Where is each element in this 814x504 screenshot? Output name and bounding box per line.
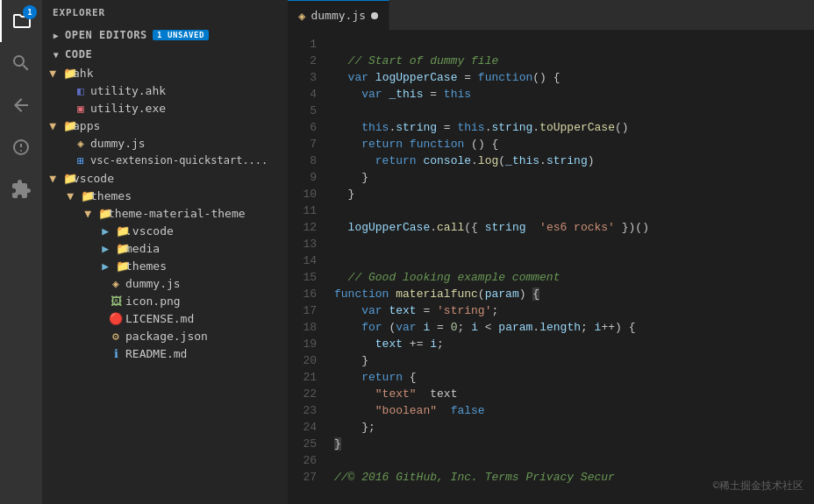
open-editors-header[interactable]: ▶ OPEN EDITORS 1 UNSAVED (42, 25, 288, 45)
code-line-3: var logUpperCase = function() { (334, 69, 814, 86)
file-dummy-js-theme[interactable]: ◈ dummy.js (42, 274, 288, 292)
ln-26: 26 (288, 452, 317, 469)
folder-media[interactable]: ▶ 📁 media (42, 239, 288, 257)
code-line-1 (334, 36, 814, 53)
code-line-26 (334, 452, 814, 469)
file-package-json[interactable]: ⚙ package.json (42, 327, 288, 344)
open-editors-chevron: ▶ (49, 28, 63, 42)
ln-15: 15 (288, 269, 317, 286)
code-line-17: var text = 'string'; (334, 302, 814, 319)
editor-container: ◈ dummy.js 1 2 3 4 5 6 7 8 9 10 11 12 13 (288, 0, 814, 504)
tab-bar: ◈ dummy.js (288, 0, 814, 31)
file-md-icon: ⊞ (74, 153, 88, 167)
file-vsc-extension[interactable]: ⊞ vsc-extension-quickstart.... (42, 152, 288, 169)
code-line-10: } (334, 186, 814, 202)
ln-1: 1 (288, 36, 317, 53)
folder-vscode[interactable]: ▼ 📁 vscode (42, 169, 288, 187)
ln-21: 21 (288, 369, 317, 386)
ln-12: 12 (288, 219, 317, 236)
folder-dotVscode-label: .vscode (125, 224, 174, 238)
folder-ahk[interactable]: ▼ 📁 ahk (42, 64, 288, 82)
ln-8: 8 (288, 153, 317, 169)
folder-apps-icon: ▼ 📁 (56, 118, 70, 132)
file-vsc-extension-label: vsc-extension-quickstart.... (90, 154, 268, 167)
code-content[interactable]: // Start of dummy file var logUpperCase … (327, 31, 814, 504)
code-editor[interactable]: 1 2 3 4 5 6 7 8 9 10 11 12 13 14 15 16 1… (288, 31, 814, 504)
folder-theme-material-label: theme-material-theme (108, 207, 246, 220)
file-license[interactable]: 🔴 LICENSE.md (42, 309, 288, 327)
folder-apps[interactable]: ▼ 📁 apps (42, 117, 288, 134)
tab-dummy-js[interactable]: ◈ dummy.js (288, 0, 389, 30)
code-line-23: "boolean" false (334, 402, 814, 419)
file-js-icon: ◈ (74, 136, 88, 150)
svg-point-2 (20, 150, 22, 152)
tab-unsaved-dot (371, 12, 378, 19)
code-line-21: return { (334, 369, 814, 386)
unsaved-badge: 1 UNSAVED (153, 30, 209, 40)
ln-5: 5 (288, 103, 317, 119)
file-dummy-js-apps[interactable]: ◈ dummy.js (42, 134, 288, 152)
debug-icon[interactable] (0, 126, 42, 168)
ln-24: 24 (288, 419, 317, 436)
code-line-8: return console.log(_this.string) (334, 153, 814, 169)
folder-dotVscode[interactable]: ▶ 📁 .vscode (42, 222, 288, 239)
code-line-12: logUpperCase.call({ string 'es6 rocks' }… (334, 219, 814, 236)
ln-3: 3 (288, 69, 317, 86)
file-ahk-icon: ◧ (74, 83, 88, 97)
code-line-15: // Good looking example comment (334, 269, 814, 286)
code-line-22: "text" text (334, 386, 814, 402)
files-icon[interactable]: 1 (0, 0, 42, 42)
ln-10: 10 (288, 186, 317, 202)
code-line-5 (334, 103, 814, 119)
editor-area: ◈ dummy.js 1 2 3 4 5 6 7 8 9 10 11 12 13 (288, 0, 814, 504)
line-numbers: 1 2 3 4 5 6 7 8 9 10 11 12 13 14 15 16 1… (288, 31, 327, 504)
ln-17: 17 (288, 302, 317, 319)
code-line-13 (334, 236, 814, 252)
ln-19: 19 (288, 336, 317, 352)
code-line-6: this.string = this.string.toUpperCase() (334, 119, 814, 136)
ln-22: 22 (288, 386, 317, 402)
tab-js-icon: ◈ (298, 9, 305, 23)
folder-apps-label: apps (73, 119, 100, 132)
extensions-icon[interactable] (0, 168, 42, 210)
sidebar-title: EXPLORER (42, 0, 288, 25)
ln-6: 6 (288, 119, 317, 136)
code-line-9: } (334, 169, 814, 186)
folder-themes-1-label: themes (90, 189, 132, 202)
file-dummy-js-theme-icon: ◈ (109, 276, 123, 290)
folder-vscode-label: vscode (73, 172, 114, 185)
ln-14: 14 (288, 252, 317, 269)
file-json-icon: ⚙ (109, 329, 123, 343)
tab-filename: dummy.js (311, 9, 366, 22)
code-section-header[interactable]: ▼ CODE (42, 45, 288, 64)
sidebar: EXPLORER ▶ OPEN EDITORS 1 UNSAVED ▼ CODE… (42, 0, 288, 504)
file-icon-png[interactable]: 🖼 icon.png (42, 292, 288, 309)
folder-themes-2[interactable]: ▶ 📁 themes (42, 257, 288, 274)
file-utility-exe[interactable]: ▣ utility.exe (42, 99, 288, 117)
folder-themes-2-icon: ▶ 📁 (109, 259, 123, 273)
ln-7: 7 (288, 136, 317, 153)
folder-themes-1[interactable]: ▼ 📁 themes (42, 187, 288, 204)
code-line-20: } (334, 352, 814, 369)
file-readme-icon: ℹ (109, 346, 123, 360)
search-icon[interactable] (0, 42, 42, 84)
code-line-27: //© 2016 GitHub, Inc. Terms Privacy Secu… (334, 469, 814, 486)
code-line-2: // Start of dummy file (334, 53, 814, 69)
file-tree: ▼ 📁 ahk ◧ utility.ahk ▣ utility.exe ▼ 📁 … (42, 64, 288, 504)
folder-theme-material[interactable]: ▼ 📁 theme-material-theme (42, 204, 288, 222)
code-line-16: function materialfunc(param) { (334, 286, 814, 302)
ln-25: 25 (288, 436, 317, 452)
code-line-19: text += i; (334, 336, 814, 352)
git-icon[interactable] (0, 84, 42, 126)
folder-dotVscode-icon: ▶ 📁 (109, 224, 123, 238)
code-line-4: var _this = this (334, 86, 814, 103)
code-chevron: ▼ (49, 47, 63, 61)
file-exe-icon: ▣ (74, 101, 88, 115)
folder-ahk-label: ahk (73, 67, 93, 80)
file-readme[interactable]: ℹ README.md (42, 344, 288, 362)
file-utility-ahk[interactable]: ◧ utility.ahk (42, 82, 288, 99)
file-license-icon: 🔴 (109, 311, 123, 325)
files-badge: 1 (23, 5, 37, 19)
code-line-25: } (334, 436, 814, 452)
code-line-14 (334, 252, 814, 269)
